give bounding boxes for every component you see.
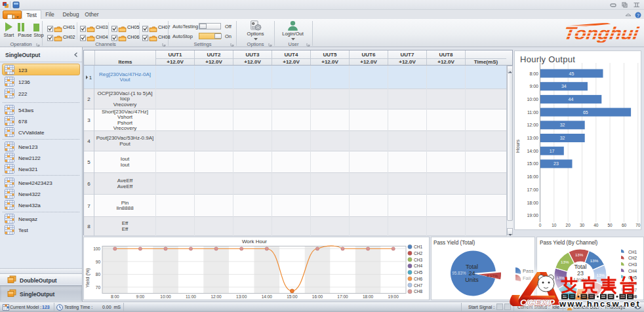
svg-text:70: 70 [96, 285, 101, 290]
svg-text:30: 30 [580, 223, 585, 227]
svg-text:9:00: 9:00 [136, 294, 145, 299]
svg-text:32: 32 [560, 136, 565, 140]
svg-text:15:00: 15:00 [287, 294, 298, 299]
svg-text:18:00: 18:00 [363, 294, 374, 299]
svg-text:10:00: 10:00 [160, 294, 171, 299]
svg-text:9:00: 9:00 [529, 84, 538, 88]
svg-text:Pass Yield (By Channel): Pass Yield (By Channel) [540, 240, 598, 246]
svg-text:44: 44 [569, 97, 574, 102]
svg-text:32: 32 [560, 123, 565, 127]
svg-text:14:00: 14:00 [527, 149, 538, 153]
svg-text:50: 50 [607, 223, 613, 227]
svg-text:80: 80 [96, 272, 101, 277]
svg-text:90: 90 [96, 260, 101, 264]
svg-text:19:00: 19:00 [527, 213, 538, 218]
svg-text:?: ? [637, 13, 639, 18]
svg-text:www.hncsw.net: www.hncsw.net [559, 299, 641, 309]
svg-text:17: 17 [550, 149, 555, 153]
svg-text:Hours: Hours [515, 140, 521, 153]
svg-text:12:00: 12:00 [211, 294, 222, 299]
svg-text:16:00: 16:00 [312, 294, 323, 299]
svg-text:CCEXP: CCEXP [520, 298, 556, 307]
svg-text:CH1: CH1 [414, 244, 422, 249]
svg-text:13:00: 13:00 [527, 136, 538, 140]
svg-text:16:00: 16:00 [527, 174, 538, 179]
svg-text:23: 23 [553, 161, 559, 166]
svg-text:65: 65 [583, 110, 588, 115]
svg-text:Yield (%): Yield (%) [85, 267, 91, 288]
svg-text:13:00: 13:00 [236, 294, 247, 299]
svg-text:45: 45 [569, 71, 574, 76]
svg-text:8:00: 8:00 [111, 294, 119, 299]
svg-text:11:00: 11:00 [527, 110, 538, 115]
svg-text:12:00: 12:00 [527, 123, 538, 127]
svg-text:17:00: 17:00 [337, 294, 348, 299]
svg-text:34: 34 [561, 84, 567, 88]
svg-text:19:00: 19:00 [388, 294, 399, 299]
svg-text:10: 10 [552, 223, 557, 227]
svg-text:18:00: 18:00 [527, 201, 538, 205]
svg-text:0: 0 [539, 223, 542, 227]
svg-text:10:00: 10:00 [527, 97, 538, 102]
svg-text:100: 100 [93, 246, 100, 251]
svg-text:40: 40 [594, 223, 599, 227]
svg-text:Work Hour: Work Hour [242, 239, 267, 244]
svg-text:17:00: 17:00 [527, 187, 538, 192]
svg-text:8:00: 8:00 [529, 71, 538, 76]
svg-text:Pass Yield (Total): Pass Yield (Total) [433, 240, 475, 246]
svg-text:15:00: 15:00 [527, 161, 538, 166]
svg-text:60: 60 [622, 223, 627, 227]
svg-text:11:00: 11:00 [186, 294, 196, 299]
svg-text:70: 70 [635, 223, 641, 227]
svg-text:20: 20 [566, 223, 571, 227]
svg-text:14:00: 14:00 [262, 294, 273, 299]
